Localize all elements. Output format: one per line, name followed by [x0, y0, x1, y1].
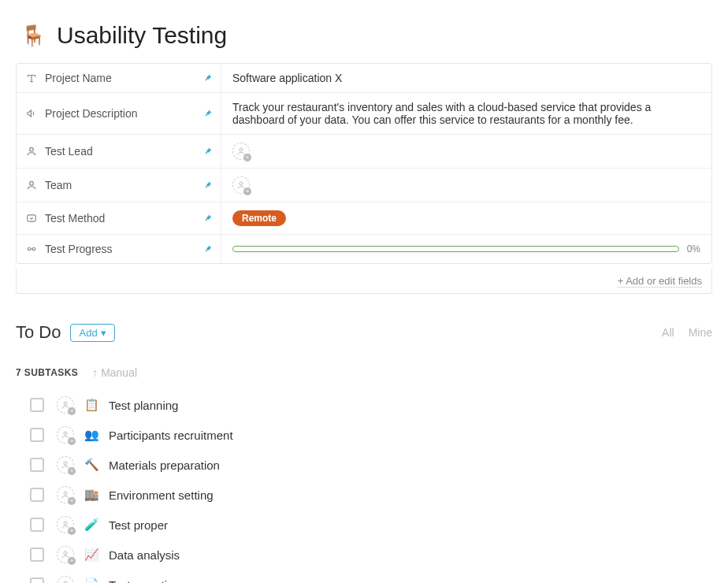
field-row: Test Lead+ [17, 135, 711, 169]
page-header: 🪑 Usability Testing [20, 22, 712, 49]
assign-person-button[interactable]: + [57, 516, 74, 533]
subtask-emoji: 👥 [84, 428, 99, 442]
subtask-emoji: 🏬 [84, 488, 99, 502]
tag-badge[interactable]: Remote [232, 210, 286, 226]
add-edit-fields-link[interactable]: + Add or edit fields [618, 275, 702, 288]
field-row: Team+ [17, 169, 711, 202]
todo-header: To Do Add ▾ All Mine [16, 322, 712, 343]
plus-icon: + [68, 437, 76, 445]
svg-point-12 [64, 551, 67, 555]
filter-mine[interactable]: Mine [689, 326, 712, 339]
assign-person-button[interactable]: + [57, 576, 74, 583]
add-fields-row: + Add or edit fields [16, 269, 712, 294]
plus-icon: + [243, 188, 251, 195]
megaphone-icon [24, 108, 39, 119]
field-value-text: Software application X [232, 72, 342, 84]
arrow-up-icon: ↑ [92, 366, 98, 379]
subtask-checkbox[interactable] [30, 518, 44, 532]
field-label[interactable]: Project Description [17, 93, 221, 134]
field-value[interactable]: + [221, 169, 711, 202]
progress-bar[interactable] [232, 246, 679, 252]
subtask-checkbox[interactable] [30, 458, 44, 472]
assign-person-button[interactable]: + [57, 486, 74, 503]
subtask-emoji: 📄 [84, 577, 99, 583]
plus-icon: + [68, 407, 76, 415]
add-person-button[interactable]: + [232, 176, 250, 194]
subtask-checkbox[interactable] [30, 577, 44, 583]
subtask-row[interactable]: +🔨Materials preparation [30, 450, 712, 480]
field-value[interactable]: Track your restaurant's inventory and sa… [221, 93, 711, 134]
subtask-row[interactable]: +🏬Environment setting [30, 480, 712, 510]
field-label-text: Project Name [45, 72, 112, 84]
plus-icon: + [243, 154, 251, 162]
field-label[interactable]: Project Name [17, 64, 221, 92]
subtask-name: Data analysis [109, 548, 180, 562]
field-label[interactable]: Team [17, 169, 221, 202]
subtask-list: +📋Test planning+👥Participants recruitmen… [30, 390, 712, 583]
pin-icon[interactable] [203, 180, 213, 190]
field-row: Test Progress0% [17, 235, 711, 263]
dropdown-icon [24, 213, 39, 224]
svg-point-7 [64, 402, 67, 405]
plus-icon: + [68, 497, 76, 505]
subtask-row[interactable]: +📋Test planning [30, 390, 712, 420]
subtask-name: Environment setting [109, 488, 214, 502]
svg-point-2 [30, 181, 34, 185]
assign-person-button[interactable]: + [57, 396, 74, 414]
subtask-row[interactable]: +📄Test reporting [30, 570, 712, 583]
field-label-text: Team [45, 179, 72, 191]
sort-label: Manual [101, 366, 137, 379]
subtask-name: Test proper [109, 518, 168, 532]
add-subtask-button[interactable]: Add ▾ [70, 324, 114, 342]
svg-point-10 [64, 492, 67, 495]
plus-icon: + [68, 527, 76, 535]
person-icon [24, 180, 39, 191]
field-label[interactable]: Test Lead [17, 135, 221, 168]
subtask-checkbox[interactable] [30, 428, 44, 442]
svg-point-5 [28, 247, 31, 251]
subtask-checkbox[interactable] [30, 398, 44, 412]
subtask-emoji: 🧪 [84, 518, 99, 532]
field-label-text: Test Method [45, 212, 105, 225]
pin-icon[interactable] [203, 73, 213, 83]
svg-point-1 [240, 148, 243, 151]
progress-text: 0% [687, 243, 700, 254]
add-button-label: Add [79, 327, 97, 339]
text-icon [24, 72, 39, 84]
sort-button[interactable]: ↑ Manual [92, 366, 137, 379]
add-person-button[interactable]: + [232, 143, 250, 160]
field-value[interactable]: Software application X [221, 64, 711, 92]
subtask-name: Materials preparation [109, 459, 220, 472]
svg-point-3 [240, 182, 243, 185]
pin-icon[interactable] [203, 244, 213, 254]
progress-icon [24, 243, 39, 254]
svg-point-9 [64, 462, 67, 465]
subtask-row[interactable]: +📈Data analysis [30, 540, 712, 570]
field-value[interactable]: 0% [221, 235, 711, 263]
assign-person-button[interactable]: + [57, 546, 74, 563]
subtask-row[interactable]: +👥Participants recruitment [30, 420, 712, 450]
subtask-emoji: 🔨 [84, 458, 99, 472]
pin-icon[interactable] [203, 147, 213, 156]
subtasks-count: 7 SUBTASKS [16, 367, 78, 378]
assign-person-button[interactable]: + [57, 456, 74, 473]
field-label[interactable]: Test Method [17, 202, 221, 234]
field-value[interactable]: Remote [221, 202, 711, 234]
subtask-row[interactable]: +🧪Test proper [30, 510, 712, 540]
assign-person-button[interactable]: + [57, 426, 74, 444]
subtask-name: Test planning [109, 399, 178, 412]
pin-icon[interactable] [203, 214, 213, 223]
plus-icon: + [68, 557, 76, 565]
plus-icon: + [68, 467, 76, 475]
svg-rect-4 [28, 215, 36, 221]
filter-all[interactable]: All [662, 326, 674, 339]
svg-point-11 [64, 522, 67, 525]
progress-wrap: 0% [232, 243, 700, 254]
subtask-checkbox[interactable] [30, 488, 44, 502]
field-label-text: Project Description [45, 107, 138, 120]
field-label[interactable]: Test Progress [17, 235, 221, 263]
pin-icon[interactable] [203, 109, 213, 118]
subtask-checkbox[interactable] [30, 548, 44, 562]
page-title: Usability Testing [57, 22, 227, 49]
field-value[interactable]: + [221, 135, 711, 168]
